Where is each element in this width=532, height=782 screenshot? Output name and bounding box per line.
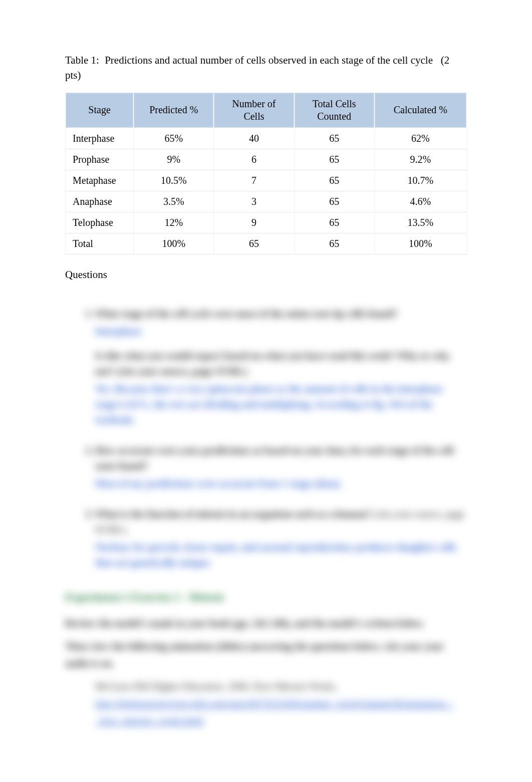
table-caption-text: Predictions and actual number of cells o… bbox=[105, 54, 433, 66]
questions-heading: Questions bbox=[65, 269, 467, 281]
table-row: Prophase9%6659.2% bbox=[66, 149, 467, 170]
cell-total: 65 bbox=[294, 191, 374, 212]
cell-stage: Metaphase bbox=[66, 170, 134, 191]
question-text: What is the function of mitosis in an or… bbox=[95, 508, 371, 519]
list-item: What is the function of mitosis in an or… bbox=[95, 506, 467, 571]
blurred-content: What stage of the cell cycle were most o… bbox=[65, 293, 467, 729]
cell-calculated: 4.6% bbox=[374, 191, 466, 212]
cell-stage: Anaphase bbox=[66, 191, 134, 212]
cell-number: 9 bbox=[214, 212, 294, 233]
col-header-number: Number of Cells bbox=[214, 92, 294, 128]
cell-cycle-table: Stage Predicted % Number of Cells Total … bbox=[65, 92, 467, 254]
cell-number: 40 bbox=[214, 128, 294, 149]
blur-paragraph: Then view the following animation (slide… bbox=[65, 638, 467, 672]
cell-predicted: 12% bbox=[134, 212, 214, 233]
answer-text: Interphase bbox=[95, 324, 467, 339]
col-header-predicted: Predicted % bbox=[134, 92, 214, 128]
cell-total: 65 bbox=[294, 170, 374, 191]
experiment-heading: Experiment 2 Exercise 2 - Meiosis bbox=[65, 591, 467, 604]
cell-stage: Total bbox=[66, 233, 134, 254]
answer-text: Most of my predictions were accurate fro… bbox=[95, 476, 467, 491]
list-item: How accurate were your predictions as ba… bbox=[95, 443, 467, 491]
table-row: Metaphase10.5%76510.7% bbox=[66, 170, 467, 191]
question-list: What stage of the cell cycle were most o… bbox=[65, 306, 467, 571]
table-row: Total100%6565100% bbox=[66, 233, 467, 254]
table-body: Interphase65%406562%Prophase9%6659.2%Met… bbox=[66, 128, 467, 254]
cell-number: 7 bbox=[214, 170, 294, 191]
list-item: What stage of the cell cycle were most o… bbox=[95, 306, 467, 428]
col-header-number-line2: Cells bbox=[243, 111, 264, 122]
cell-predicted: 100% bbox=[134, 233, 214, 254]
question-text: What stage of the cell cycle were most o… bbox=[95, 308, 398, 319]
cell-predicted: 65% bbox=[134, 128, 214, 149]
col-header-predicted-text: Predicted % bbox=[149, 104, 198, 115]
cell-calculated: 10.7% bbox=[374, 170, 466, 191]
col-header-stage: Stage bbox=[66, 92, 134, 128]
table-header-row: Stage Predicted % Number of Cells Total … bbox=[66, 92, 467, 128]
answer-text: Yes. Because that's a very quiescent pha… bbox=[95, 381, 467, 428]
cell-total: 65 bbox=[294, 212, 374, 233]
document-page: Table 1: Predictions and actual number o… bbox=[0, 0, 532, 782]
cell-stage: Telophase bbox=[66, 212, 134, 233]
question-text: Is this what you would expect based on w… bbox=[95, 350, 450, 377]
table-row: Interphase65%406562% bbox=[66, 128, 467, 149]
col-header-calculated: Calculated % bbox=[374, 92, 466, 128]
reference-text: McGraw-Hill Higher Education. 2006. How … bbox=[95, 678, 467, 695]
question-text: How accurate were your predictions as ba… bbox=[95, 445, 456, 471]
cell-stage: Prophase bbox=[66, 149, 134, 170]
reference-link: http://highered.mcgraw-hill.com/sites/00… bbox=[95, 695, 467, 729]
cell-total: 65 bbox=[294, 149, 374, 170]
cell-number: 65 bbox=[214, 233, 294, 254]
reference-block: McGraw-Hill Higher Education. 2006. How … bbox=[65, 678, 467, 729]
cell-stage: Interphase bbox=[66, 128, 134, 149]
col-header-total: Total Cells Counted bbox=[294, 92, 374, 128]
cell-total: 65 bbox=[294, 233, 374, 254]
question-cite: (cite your source, page #/URL) bbox=[95, 508, 464, 535]
col-header-total-line2: Counted bbox=[317, 111, 351, 122]
cell-number: 3 bbox=[214, 191, 294, 212]
col-header-number-line1: Number of bbox=[232, 98, 276, 109]
table-caption: Table 1: Predictions and actual number o… bbox=[65, 53, 467, 83]
col-header-calculated-text: Calculated % bbox=[394, 104, 447, 115]
cell-total: 65 bbox=[294, 128, 374, 149]
cell-calculated: 100% bbox=[374, 233, 466, 254]
cell-number: 6 bbox=[214, 149, 294, 170]
cell-predicted: 9% bbox=[134, 149, 214, 170]
cell-calculated: 9.2% bbox=[374, 149, 466, 170]
col-header-total-line1: Total Cells bbox=[313, 98, 356, 109]
table-caption-label: Table 1: bbox=[65, 54, 99, 66]
answer-text: Nuclear, for growth, tissue repair, and … bbox=[95, 540, 467, 571]
col-header-stage-text: Stage bbox=[88, 104, 110, 115]
table-row: Telophase12%96513.5% bbox=[66, 212, 467, 233]
cell-predicted: 3.5% bbox=[134, 191, 214, 212]
table-row: Anaphase3.5%3654.6% bbox=[66, 191, 467, 212]
cell-calculated: 62% bbox=[374, 128, 466, 149]
blur-paragraph: Review the model's made in your book (pp… bbox=[65, 615, 467, 632]
cell-calculated: 13.5% bbox=[374, 212, 466, 233]
cell-predicted: 10.5% bbox=[134, 170, 214, 191]
